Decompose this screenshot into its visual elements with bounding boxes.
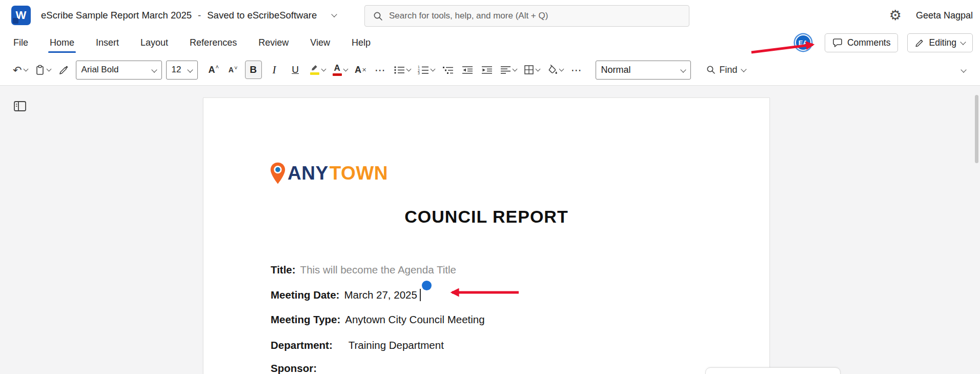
collapse-ribbon-icon[interactable] <box>961 67 966 72</box>
shrink-font-icon: A˅ <box>229 66 238 74</box>
chevron-down-icon <box>151 67 157 72</box>
numbering-button[interactable]: 1 2 3 <box>416 61 436 79</box>
user-name[interactable]: Geeta Nagpal <box>916 10 973 21</box>
multilevel-list-button[interactable] <box>440 61 456 79</box>
chevron-down-icon <box>960 39 966 45</box>
chevron-down-icon <box>187 67 193 72</box>
tab-review[interactable]: Review <box>257 31 290 54</box>
search-input[interactable] <box>389 11 681 21</box>
clear-formatting-icon: A <box>355 65 361 75</box>
title-separator: - <box>198 10 201 21</box>
bottom-right-popup-card[interactable] <box>705 367 841 374</box>
field-title: Title:This will become the Agenda Title <box>271 264 456 276</box>
borders-button[interactable] <box>522 61 541 79</box>
clipboard-icon <box>35 65 45 75</box>
find-icon <box>706 65 716 74</box>
highlight-color-button[interactable] <box>308 61 327 79</box>
collaborator-presence-dot[interactable] <box>422 281 432 290</box>
collaborator-avatar[interactable]: EA <box>795 34 811 51</box>
decrease-indent-icon <box>462 66 473 74</box>
tab-layout[interactable]: Layout <box>139 31 169 54</box>
field-meeting-type: Meeting Type:Anytown City Council Meetin… <box>271 313 485 326</box>
document-heading: COUNCIL REPORT <box>203 207 769 227</box>
field-sponsor: Sponsor: <box>271 362 321 374</box>
shading-button[interactable] <box>545 61 565 79</box>
comments-button[interactable]: Comments <box>825 33 899 52</box>
ellipsis-icon: ⋯ <box>375 65 385 75</box>
font-name-select[interactable]: Arial Bold <box>76 61 162 80</box>
side-panel-icon <box>13 100 27 112</box>
undo-icon: ↶ <box>13 65 22 75</box>
field-department: Department:Training Department <box>271 339 444 351</box>
tab-references[interactable]: References <box>189 31 238 54</box>
vertical-scrollbar-thumb[interactable] <box>975 95 978 163</box>
decrease-indent-button[interactable] <box>460 61 475 79</box>
grow-font-icon: A˄ <box>208 65 218 75</box>
logo-text-any: ANY <box>288 163 329 184</box>
pencil-icon <box>915 38 924 47</box>
tab-help[interactable]: Help <box>351 31 372 54</box>
ellipsis-icon: ⋯ <box>571 65 582 75</box>
field-meeting-date: Meeting Date:March 27, 2025 <box>271 289 421 301</box>
chevron-down-icon <box>680 67 686 72</box>
cursor-wrap <box>417 289 421 301</box>
chevron-down-icon[interactable] <box>332 11 337 17</box>
align-text-icon <box>500 66 511 74</box>
logo-text-town: TOWN <box>330 163 388 184</box>
numbered-list-icon: 1 2 3 <box>418 65 429 74</box>
highlighter-icon <box>310 65 320 75</box>
shrink-font-button[interactable]: A˅ <box>226 61 241 79</box>
anytown-logo: ANYTOWN <box>269 162 388 185</box>
more-paragraph-options-button[interactable]: ⋯ <box>569 61 584 79</box>
font-size-select[interactable]: 12 <box>166 61 198 80</box>
comment-icon <box>832 38 843 48</box>
italic-button[interactable]: I <box>266 61 283 79</box>
grow-font-button[interactable]: A˄ <box>206 61 221 79</box>
tab-view[interactable]: View <box>309 31 331 54</box>
more-font-options-button[interactable]: ⋯ <box>373 61 388 79</box>
increase-indent-button[interactable] <box>479 61 495 79</box>
shading-bucket-icon <box>547 65 558 75</box>
navigation-pane-toggle[interactable] <box>10 96 29 115</box>
tab-insert[interactable]: Insert <box>95 31 120 54</box>
document-title[interactable]: eScribe Sample Report March 2025 - Saved… <box>41 10 317 21</box>
format-painter-icon <box>59 65 69 75</box>
bulleted-list-icon <box>394 66 405 74</box>
font-color-icon: A <box>333 64 342 76</box>
gear-icon[interactable]: ⚙ <box>889 9 902 23</box>
alignment-button[interactable] <box>499 61 518 79</box>
multilevel-list-icon <box>442 66 454 74</box>
underline-button[interactable]: U <box>287 61 304 79</box>
ribbon-toolbar: ↶ Arial Bold 12 A˄ A˅ B I U <box>0 54 980 86</box>
format-painter-button[interactable] <box>56 61 72 79</box>
bullets-button[interactable] <box>392 61 412 79</box>
table-borders-icon <box>524 65 534 75</box>
map-pin-icon <box>269 162 287 185</box>
tab-home[interactable]: Home <box>49 31 75 54</box>
paste-button[interactable] <box>33 61 52 79</box>
undo-button[interactable]: ↶ <box>11 61 29 79</box>
increase-indent-icon <box>481 66 493 74</box>
document-page[interactable]: ANYTOWN COUNCIL REPORT Title:This will b… <box>203 97 770 374</box>
menubar: File Home Insert Layout References Revie… <box>0 31 980 54</box>
document-title-text: eScribe Sample Report March 2025 <box>41 10 192 21</box>
text-cursor <box>420 289 421 301</box>
tab-file[interactable]: File <box>12 31 29 54</box>
search-box[interactable] <box>364 5 689 27</box>
saved-status: Saved to eScribeSoftware <box>207 10 317 21</box>
search-icon <box>373 11 383 21</box>
svg-text:3: 3 <box>418 71 420 74</box>
font-color-button[interactable]: A <box>331 61 349 79</box>
bold-button[interactable]: B <box>245 61 262 79</box>
styles-dropdown[interactable]: Normal <box>596 61 691 80</box>
clear-formatting-button[interactable]: A ✕ <box>353 61 369 79</box>
word-icon[interactable]: W <box>11 6 31 25</box>
find-button[interactable]: Find <box>706 65 746 75</box>
editing-mode-button[interactable]: Editing <box>907 33 973 52</box>
ribbon-tabs: File Home Insert Layout References Revie… <box>12 31 372 54</box>
titlebar: W eScribe Sample Report March 2025 - Sav… <box>0 0 980 31</box>
